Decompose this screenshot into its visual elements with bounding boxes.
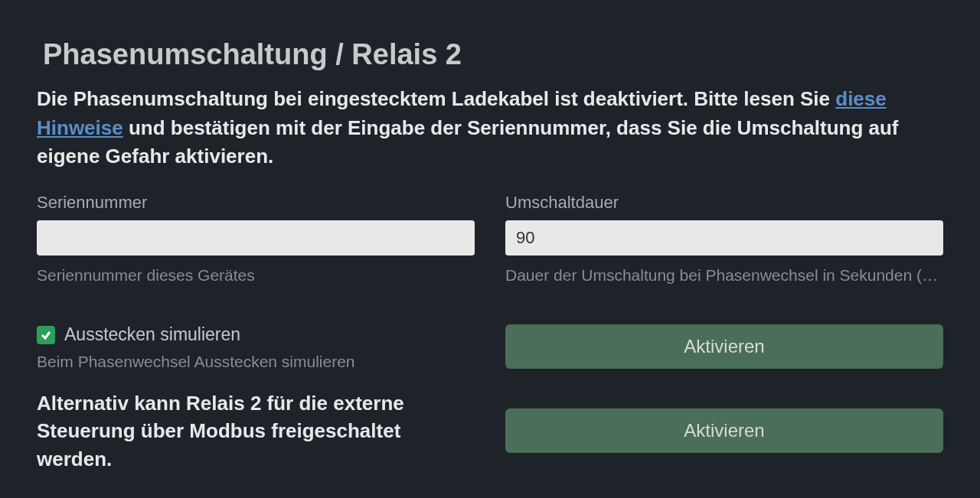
duration-help: Dauer der Umschaltung bei Phasenwechsel … xyxy=(505,266,943,285)
check-icon xyxy=(40,329,52,341)
page-title: Phasenumschaltung / Relais 2 xyxy=(43,38,943,71)
duration-column: Umschaltdauer Dauer der Umschaltung bei … xyxy=(505,193,943,473)
alt-text: Alternativ kann Relais 2 für die externe… xyxy=(37,389,475,473)
intro-paragraph: Die Phasenumschaltung bei eingestecktem … xyxy=(37,85,943,171)
duration-label: Umschaltdauer xyxy=(505,193,943,213)
serial-label: Seriennummer xyxy=(37,193,475,213)
serial-help: Seriennummer dieses Gerätes xyxy=(37,266,475,285)
simulate-label: Ausstecken simulieren xyxy=(64,324,240,345)
serial-input[interactable] xyxy=(37,220,475,256)
activate-phase-button[interactable]: Aktivieren xyxy=(505,324,943,369)
intro-before-link: Die Phasenumschaltung bei eingestecktem … xyxy=(37,87,835,110)
form-row: Seriennummer Seriennummer dieses Gerätes… xyxy=(37,193,943,473)
duration-input[interactable] xyxy=(505,220,943,256)
activate-relay-button[interactable]: Aktivieren xyxy=(505,408,943,453)
serial-column: Seriennummer Seriennummer dieses Gerätes… xyxy=(37,193,475,473)
simulate-checkbox[interactable] xyxy=(37,326,55,344)
intro-after-link: und bestätigen mit der Eingabe der Serie… xyxy=(37,116,899,168)
simulate-checkbox-row[interactable]: Ausstecken simulieren xyxy=(37,324,475,345)
simulate-help: Beim Phasenwechsel Ausstecken simulieren xyxy=(37,353,475,371)
